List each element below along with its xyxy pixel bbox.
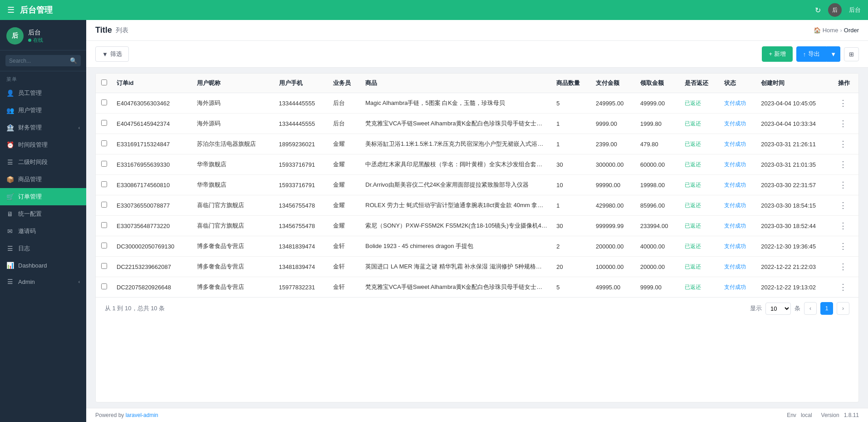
cell-returned: 已返还 bbox=[680, 195, 720, 216]
page-1-button[interactable]: 1 bbox=[820, 302, 833, 315]
cell-created: 2023-04-04 10:45:05 bbox=[756, 93, 833, 114]
toolbar-right: + 新增 ↑ 导出 ▼ ⊞ bbox=[762, 46, 859, 62]
sidebar-item-finance[interactable]: 🏦 财务管理 ‹ bbox=[0, 119, 86, 136]
row-checkbox-cell bbox=[96, 216, 112, 236]
cell-action: ⋮ bbox=[834, 114, 858, 134]
columns-button[interactable]: ⊞ bbox=[844, 47, 859, 61]
cell-product: Bolide 1923 - 45 chimeres dragon 手提包 bbox=[361, 236, 552, 257]
sidebar-item-label-order: 订单管理 bbox=[18, 193, 42, 201]
row-action-button-5[interactable]: ⋮ bbox=[838, 200, 848, 211]
cell-qty: 1 bbox=[552, 114, 591, 134]
cell-order-id: E330867174560810 bbox=[112, 175, 192, 195]
row-checkbox-0[interactable] bbox=[101, 99, 107, 105]
hamburger-icon[interactable]: ☰ bbox=[7, 5, 15, 15]
header-action: 操作 bbox=[834, 74, 858, 93]
add-button[interactable]: + 新增 bbox=[762, 46, 792, 62]
cell-phone: 13344445555 bbox=[275, 93, 329, 114]
row-action-button-0[interactable]: ⋮ bbox=[838, 98, 848, 109]
row-checkbox-1[interactable] bbox=[101, 120, 107, 126]
table-row: E330736550078877 喜临门官方旗舰店 13456755478 金耀… bbox=[96, 195, 858, 216]
row-action-button-8[interactable]: ⋮ bbox=[838, 261, 848, 272]
next-page-button[interactable]: › bbox=[837, 302, 849, 315]
cell-user-name: 华帝旗舰店 bbox=[192, 175, 274, 195]
sidebar-item-invite[interactable]: ✉ 邀请码 bbox=[0, 223, 86, 240]
cell-phone: 18959236021 bbox=[275, 134, 329, 154]
sidebar-item-product[interactable]: 📦 商品管理 bbox=[0, 171, 86, 188]
row-checkbox-8[interactable] bbox=[101, 263, 107, 269]
cell-amount: 200000.00 bbox=[591, 236, 636, 257]
row-checkbox-7[interactable] bbox=[101, 243, 107, 248]
cell-created: 2022-12-22 19:13:02 bbox=[756, 277, 833, 298]
timeslot-icon: ⏰ bbox=[6, 141, 14, 149]
sidebar-item-admin[interactable]: ☰ Admin ‹ bbox=[0, 273, 86, 290]
cell-amount: 429980.00 bbox=[591, 195, 636, 216]
cell-order-id: DC22075820926648 bbox=[112, 277, 192, 298]
cell-created: 2023-03-31 21:26:11 bbox=[756, 134, 833, 154]
row-checkbox-cell bbox=[96, 114, 112, 134]
home-icon: 🏠 bbox=[814, 27, 821, 34]
cell-returned: 已返还 bbox=[680, 257, 720, 277]
row-checkbox-2[interactable] bbox=[101, 140, 107, 146]
export-dropdown-button[interactable]: ▼ bbox=[827, 46, 840, 62]
cell-user-name: 喜临门官方旗舰店 bbox=[192, 216, 274, 236]
cell-receive: 85996.00 bbox=[636, 195, 680, 216]
cell-salesman: 金耀 bbox=[329, 134, 361, 154]
cell-amount: 999999.99 bbox=[591, 216, 636, 236]
cell-action: ⋮ bbox=[834, 195, 858, 216]
row-action-button-9[interactable]: ⋮ bbox=[838, 282, 848, 293]
sidebar-item-log[interactable]: ☰ 日志 bbox=[0, 240, 86, 257]
row-action-button-6[interactable]: ⋮ bbox=[838, 220, 848, 231]
cell-amount: 2399.00 bbox=[591, 134, 636, 154]
cell-product: ROLEX 劳力士 蚝式恒动宇宙计型迪通拿腕表18ct黄金款 40mm 拿棕色 … bbox=[361, 195, 552, 216]
cell-qty: 5 bbox=[552, 277, 591, 298]
header-order-id: 订单id bbox=[112, 74, 192, 93]
search-input[interactable] bbox=[9, 58, 67, 64]
sidebar-item-dashboard[interactable]: 📊 Dashboard bbox=[0, 257, 86, 273]
header-receive: 领取金额 bbox=[636, 74, 680, 93]
export-button[interactable]: ↑ 导出 bbox=[796, 46, 827, 62]
cell-returned: 已返还 bbox=[680, 154, 720, 175]
table-row: DC22153239662087 博多奢食品专营店 13481839474 金轩… bbox=[96, 257, 858, 277]
select-all-checkbox[interactable] bbox=[101, 79, 107, 85]
cell-salesman: 金耀 bbox=[329, 175, 361, 195]
sidebar-item-label-config: 统一配置 bbox=[18, 210, 42, 218]
sidebar-item-user[interactable]: 👥 用户管理 bbox=[0, 102, 86, 119]
invite-icon: ✉ bbox=[6, 228, 14, 235]
sidebar-item-timeslot[interactable]: ⏰ 时间段管理 bbox=[0, 136, 86, 154]
sidebar-item-label-invite: 邀请码 bbox=[18, 227, 36, 235]
table-row: DC300002050769130 博多奢食品专营店 13481839474 金… bbox=[96, 236, 858, 257]
breadcrumb-current: Order bbox=[844, 27, 859, 34]
row-checkbox-9[interactable] bbox=[101, 283, 107, 289]
cell-returned: 已返还 bbox=[680, 93, 720, 114]
row-checkbox-cell bbox=[96, 134, 112, 154]
row-checkbox-3[interactable] bbox=[101, 161, 107, 167]
row-action-button-3[interactable]: ⋮ bbox=[838, 159, 848, 170]
row-action-button-1[interactable]: ⋮ bbox=[838, 118, 848, 129]
sidebar-item-label-finance: 财务管理 bbox=[18, 124, 42, 132]
cell-status: 支付成功 bbox=[720, 216, 757, 236]
row-action-button-2[interactable]: ⋮ bbox=[838, 139, 848, 149]
cell-order-id: E330736550078877 bbox=[112, 195, 192, 216]
row-checkbox-6[interactable] bbox=[101, 222, 107, 228]
breadcrumb-home[interactable]: Home bbox=[823, 27, 839, 34]
cell-action: ⋮ bbox=[834, 154, 858, 175]
page-size-select[interactable]: 10 20 50 100 bbox=[765, 303, 791, 315]
laravel-admin-link[interactable]: laravel-admin bbox=[126, 412, 158, 418]
sidebar-item-employee[interactable]: 👤 员工管理 bbox=[0, 84, 86, 102]
row-checkbox-cell bbox=[96, 175, 112, 195]
prev-page-button[interactable]: ‹ bbox=[804, 302, 817, 315]
sidebar-item-label-admin: Admin bbox=[18, 278, 35, 285]
refresh-icon[interactable]: ↻ bbox=[815, 6, 821, 15]
sidebar-item-order[interactable]: 🛒 订单管理 bbox=[0, 188, 86, 205]
sidebar-item-subtimeslot[interactable]: ☰ 二级时间段 bbox=[0, 154, 86, 171]
filter-button[interactable]: ▼ 筛选 bbox=[95, 46, 129, 62]
subtimeslot-icon: ☰ bbox=[6, 159, 14, 166]
row-checkbox-5[interactable] bbox=[101, 202, 107, 208]
row-action-button-4[interactable]: ⋮ bbox=[838, 179, 848, 190]
cell-status: 支付成功 bbox=[720, 114, 757, 134]
sidebar-item-config[interactable]: 🖥 统一配置 bbox=[0, 205, 86, 223]
cell-created: 2023-03-30 18:54:15 bbox=[756, 195, 833, 216]
env-info: Env local bbox=[787, 412, 812, 418]
row-checkbox-4[interactable] bbox=[101, 181, 107, 187]
row-action-button-7[interactable]: ⋮ bbox=[838, 241, 848, 252]
